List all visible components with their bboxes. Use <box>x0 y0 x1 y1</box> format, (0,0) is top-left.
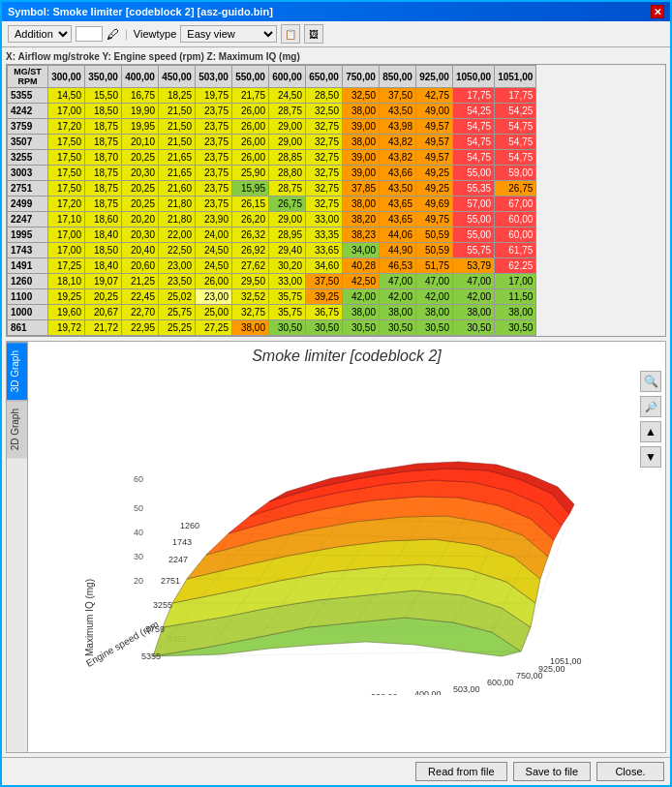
table-cell[interactable]: 28,80 <box>269 166 306 181</box>
table-cell[interactable]: 20,20 <box>122 212 159 227</box>
table-cell[interactable]: 18,10 <box>48 274 85 289</box>
zoom-in-btn[interactable]: 🔍 <box>640 371 661 392</box>
addition-dropdown[interactable]: Addition <box>8 25 72 43</box>
table-cell[interactable]: 35,75 <box>269 289 306 305</box>
table-cell[interactable]: 16,75 <box>122 88 159 104</box>
table-cell[interactable]: 60,00 <box>495 212 536 227</box>
table-cell[interactable]: 32,75 <box>306 197 343 212</box>
table-cell[interactable]: 24,00 <box>196 227 232 243</box>
table-cell[interactable]: 17,00 <box>495 274 536 289</box>
table-cell[interactable]: 38,23 <box>343 227 380 243</box>
table-cell[interactable]: 34,60 <box>306 258 343 274</box>
table-cell[interactable]: 28,50 <box>306 88 343 104</box>
table-cell[interactable]: 23,00 <box>159 258 196 274</box>
table-cell[interactable]: 18,75 <box>85 181 122 197</box>
table-cell[interactable]: 44,90 <box>380 243 416 258</box>
table-cell[interactable]: 30,50 <box>453 320 495 336</box>
table-cell[interactable]: 49,00 <box>416 104 453 119</box>
table-cell[interactable]: 23,75 <box>196 197 232 212</box>
table-cell[interactable]: 32,50 <box>306 104 343 119</box>
table-cell[interactable]: 35,75 <box>269 305 306 320</box>
table-cell[interactable]: 28,75 <box>269 104 306 119</box>
table-cell[interactable]: 32,52 <box>232 289 269 305</box>
table-cell[interactable]: 38,00 <box>416 305 453 320</box>
table-cell[interactable]: 21,72 <box>85 320 122 336</box>
table-cell[interactable]: 38,00 <box>343 104 380 119</box>
table-cell[interactable]: 30,50 <box>269 320 306 336</box>
table-cell[interactable]: 55,75 <box>453 243 495 258</box>
table-cell[interactable]: 32,50 <box>343 88 380 104</box>
tab-3d-graph[interactable]: 3D Graph <box>7 342 27 400</box>
table-cell[interactable]: 49,25 <box>416 181 453 197</box>
table-cell[interactable]: 33,00 <box>306 212 343 227</box>
table-cell[interactable]: 49,75 <box>416 212 453 227</box>
table-cell[interactable]: 59,00 <box>495 166 536 181</box>
table-cell[interactable]: 20,25 <box>122 181 159 197</box>
table-cell[interactable]: 38,00 <box>453 305 495 320</box>
table-cell[interactable]: 54,25 <box>495 104 536 119</box>
table-cell[interactable]: 17,75 <box>495 88 536 104</box>
table-cell[interactable]: 38,00 <box>495 305 536 320</box>
table-cell[interactable]: 38,00 <box>343 135 380 150</box>
table-cell[interactable]: 22,50 <box>159 243 196 258</box>
table-cell[interactable]: 17,75 <box>453 88 495 104</box>
table-cell[interactable]: 18,70 <box>85 150 122 166</box>
table-cell[interactable]: 15,95 <box>232 181 269 197</box>
table-cell[interactable]: 17,50 <box>48 150 85 166</box>
table-cell[interactable]: 22,00 <box>159 227 196 243</box>
table-cell[interactable]: 21,80 <box>159 212 196 227</box>
table-cell[interactable]: 43,50 <box>380 104 416 119</box>
rotate-down-btn[interactable]: ▼ <box>640 446 661 468</box>
close-icon[interactable]: ✕ <box>651 5 664 18</box>
table-cell[interactable]: 38,00 <box>343 305 380 320</box>
table-cell[interactable]: 51,75 <box>416 258 453 274</box>
table-cell[interactable]: 37,50 <box>380 88 416 104</box>
table-cell[interactable]: 26,75 <box>495 181 536 197</box>
table-cell[interactable]: 30,50 <box>306 320 343 336</box>
table-cell[interactable]: 39,00 <box>343 150 380 166</box>
table-cell[interactable]: 36,75 <box>306 305 343 320</box>
table-cell[interactable]: 19,90 <box>122 104 159 119</box>
table-cell[interactable]: 43,82 <box>380 135 416 150</box>
table-cell[interactable]: 29,00 <box>269 212 306 227</box>
table-cell[interactable]: 23,75 <box>196 104 232 119</box>
table-cell[interactable]: 23,75 <box>196 166 232 181</box>
table-cell[interactable]: 28,95 <box>269 227 306 243</box>
table-cell[interactable]: 28,75 <box>269 181 306 197</box>
table-cell[interactable]: 38,00 <box>380 305 416 320</box>
table-cell[interactable]: 47,00 <box>380 274 416 289</box>
table-cell[interactable]: 54,25 <box>453 104 495 119</box>
table-cell[interactable]: 55,00 <box>453 166 495 181</box>
table-cell[interactable]: 54,75 <box>495 119 536 135</box>
table-cell[interactable]: 25,02 <box>159 289 196 305</box>
table-cell[interactable]: 30,50 <box>343 320 380 336</box>
table-cell[interactable]: 42,00 <box>416 289 453 305</box>
table-cell[interactable]: 43,65 <box>380 197 416 212</box>
table-cell[interactable]: 25,75 <box>159 305 196 320</box>
table-cell[interactable]: 57,00 <box>453 197 495 212</box>
table-cell[interactable]: 26,32 <box>232 227 269 243</box>
table-cell[interactable]: 43,98 <box>380 119 416 135</box>
table-cell[interactable]: 23,50 <box>159 274 196 289</box>
table-cell[interactable]: 39,00 <box>343 166 380 181</box>
table-cell[interactable]: 19,60 <box>48 305 85 320</box>
table-cell[interactable]: 50,59 <box>416 227 453 243</box>
table-cell[interactable]: 17,20 <box>48 197 85 212</box>
table-cell[interactable]: 55,00 <box>453 212 495 227</box>
table-cell[interactable]: 23,75 <box>196 150 232 166</box>
table-cell[interactable]: 21,75 <box>232 88 269 104</box>
table-cell[interactable]: 33,00 <box>269 274 306 289</box>
table-cell[interactable]: 47,00 <box>453 274 495 289</box>
table-cell[interactable]: 39,25 <box>306 289 343 305</box>
table-cell[interactable]: 27,25 <box>196 320 232 336</box>
table-cell[interactable]: 21,60 <box>159 181 196 197</box>
table-cell[interactable]: 49,57 <box>416 135 453 150</box>
table-cell[interactable]: 40,28 <box>343 258 380 274</box>
table-cell[interactable]: 49,69 <box>416 197 453 212</box>
table-cell[interactable]: 33,65 <box>306 243 343 258</box>
table-cell[interactable]: 47,00 <box>416 274 453 289</box>
table-cell[interactable]: 28,85 <box>269 150 306 166</box>
table-cell[interactable]: 18,50 <box>85 104 122 119</box>
table-cell[interactable]: 26,92 <box>232 243 269 258</box>
table-cell[interactable]: 23,75 <box>196 135 232 150</box>
